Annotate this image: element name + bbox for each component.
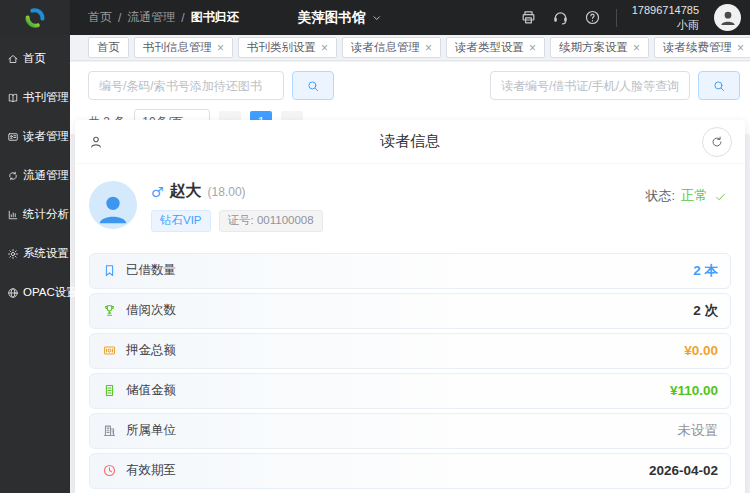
customer-service-icon[interactable] <box>552 9 569 26</box>
printer-icon[interactable] <box>520 9 537 26</box>
sidebar-item-label: 书刊管理 <box>23 90 69 105</box>
sidebar-item-system[interactable]: 系统设置 <box>0 234 70 273</box>
trophy-icon <box>102 303 117 318</box>
breadcrumb-separator: / <box>118 11 121 25</box>
row-value: 2026-04-02 <box>649 463 718 478</box>
person-icon <box>88 134 104 150</box>
banknote-icon <box>102 343 117 358</box>
chevron-down-icon <box>370 12 382 24</box>
close-icon[interactable]: × <box>217 42 224 54</box>
sidebar-item-label: 首页 <box>23 51 46 66</box>
home-icon <box>7 53 19 65</box>
breadcrumb-home[interactable]: 首页 <box>88 9 112 26</box>
row-label: 押金总额 <box>126 342 176 359</box>
reader-avatar <box>89 181 137 229</box>
sidebar-item-label: 读者管理 <box>23 129 69 144</box>
info-row-borrowed-count: 已借数量2 本 <box>89 253 731 289</box>
row-label-group: 借阅次数 <box>102 302 176 319</box>
reader-card-icon <box>7 131 19 143</box>
tab-label: 续期方案设置 <box>559 40 628 55</box>
app-window: 首页 / 流通管理 / 图书归还 美萍图书馆 17896714785 小雨 首页… <box>0 0 750 493</box>
library-name-dropdown[interactable]: 美萍图书馆 <box>298 9 383 27</box>
book-search-button[interactable] <box>292 71 334 100</box>
logo-icon <box>24 7 46 29</box>
search-toolbar <box>70 62 750 100</box>
stats-icon <box>7 209 19 221</box>
vip-badge: 钻石VIP <box>151 210 211 232</box>
status-label: 状态: <box>645 187 675 205</box>
info-row-borrow-times: 借阅次数2 次 <box>89 293 731 329</box>
close-icon[interactable]: × <box>321 42 328 54</box>
tab-reader-type[interactable]: 读者类型设置× <box>446 37 545 58</box>
reader-search-button[interactable] <box>698 71 740 100</box>
male-icon: ♂ <box>151 184 164 200</box>
sidebar-item-opac[interactable]: OPAC设置 <box>0 273 70 312</box>
passbook-icon <box>102 383 117 398</box>
tab-label: 读者类型设置 <box>455 40 524 55</box>
row-value: ¥0.00 <box>684 343 718 358</box>
close-icon[interactable]: × <box>737 42 744 54</box>
row-value: 2 次 <box>693 302 718 320</box>
card-number-badge: 证号: 001100008 <box>219 210 323 232</box>
user-info[interactable]: 17896714785 小雨 <box>632 3 699 32</box>
sidebar-item-readers[interactable]: 读者管理 <box>0 117 70 156</box>
building-icon <box>102 423 117 438</box>
tab-reader-info[interactable]: 读者信息管理× <box>342 37 441 58</box>
status-value: 正常 <box>681 187 708 205</box>
sidebar-item-label: 统计分析 <box>23 207 69 222</box>
info-row-valid-until: 有效期至2026-04-02 <box>89 453 731 489</box>
tab-reader-renewal[interactable]: 读者续费管理× <box>654 37 750 58</box>
tab-label: 首页 <box>97 40 120 55</box>
reader-search-input[interactable] <box>490 71 690 100</box>
panel-title: 读者信息 <box>380 132 440 151</box>
search-icon <box>306 79 320 93</box>
user-phone: 17896714785 <box>632 3 699 17</box>
info-row-deposit-total: 押金总额¥0.00 <box>89 333 731 369</box>
sidebar-item-books[interactable]: 书刊管理 <box>0 78 70 117</box>
tab-label: 读者续费管理 <box>663 40 732 55</box>
top-bar: 首页 / 流通管理 / 图书归还 美萍图书馆 17896714785 小雨 <box>0 0 750 35</box>
reader-info-panel: 读者信息 ♂ 赵大 (18.00) 钻石VIP 证号: 001100008 状态… <box>75 120 745 493</box>
row-label: 借阅次数 <box>126 302 176 319</box>
clock-icon <box>102 463 117 478</box>
sidebar-item-stats[interactable]: 统计分析 <box>0 195 70 234</box>
tab-label: 书刊信息管理 <box>143 40 212 55</box>
row-value: 2 本 <box>693 262 718 280</box>
tab-renewal-plan[interactable]: 续期方案设置× <box>550 37 649 58</box>
info-row-work-unit: 所属单位未设置 <box>89 413 731 449</box>
book-search-input[interactable] <box>88 71 284 100</box>
row-label-group: 押金总额 <box>102 342 176 359</box>
breadcrumb-circulation[interactable]: 流通管理 <box>127 9 175 26</box>
tab-label: 读者信息管理 <box>351 40 420 55</box>
sidebar-menu: 首页书刊管理读者管理流通管理统计分析系统设置OPAC设置 <box>0 35 70 493</box>
refresh-icon <box>710 135 724 149</box>
app-logo[interactable] <box>0 0 70 35</box>
globe-icon <box>7 287 19 299</box>
sidebar-item-label: 系统设置 <box>23 246 69 261</box>
close-icon[interactable]: × <box>633 42 640 54</box>
library-name: 美萍图书馆 <box>298 9 366 27</box>
refresh-button[interactable] <box>702 127 732 157</box>
tab-book-category[interactable]: 书刊类别设置× <box>238 37 337 58</box>
close-icon[interactable]: × <box>425 42 432 54</box>
tab-label: 书刊类别设置 <box>247 40 316 55</box>
divider <box>616 9 617 27</box>
tab-book-info[interactable]: 书刊信息管理× <box>134 37 233 58</box>
reader-summary: ♂ 赵大 (18.00) 钻石VIP 证号: 001100008 状态: 正常 <box>75 164 745 232</box>
close-icon[interactable]: × <box>529 42 536 54</box>
row-label-group: 储值金额 <box>102 382 176 399</box>
help-icon[interactable] <box>584 9 601 26</box>
circulation-icon <box>7 170 19 182</box>
reader-info-rows: 已借数量2 本借阅次数2 次押金总额¥0.00储值金额¥110.00所属单位未设… <box>75 232 745 489</box>
sidebar-item-label: 流通管理 <box>23 168 69 183</box>
row-label: 已借数量 <box>126 262 176 279</box>
sidebar-item-circulation[interactable]: 流通管理 <box>0 156 70 195</box>
reader-badges: 钻石VIP 证号: 001100008 <box>151 210 645 232</box>
top-right-tools: 17896714785 小雨 <box>520 3 750 32</box>
avatar[interactable] <box>714 4 741 31</box>
check-icon <box>714 190 727 203</box>
row-label: 储值金额 <box>126 382 176 399</box>
sidebar-item-home[interactable]: 首页 <box>0 39 70 78</box>
tab-home[interactable]: 首页 <box>88 37 129 58</box>
user-name: 小雨 <box>632 18 699 32</box>
